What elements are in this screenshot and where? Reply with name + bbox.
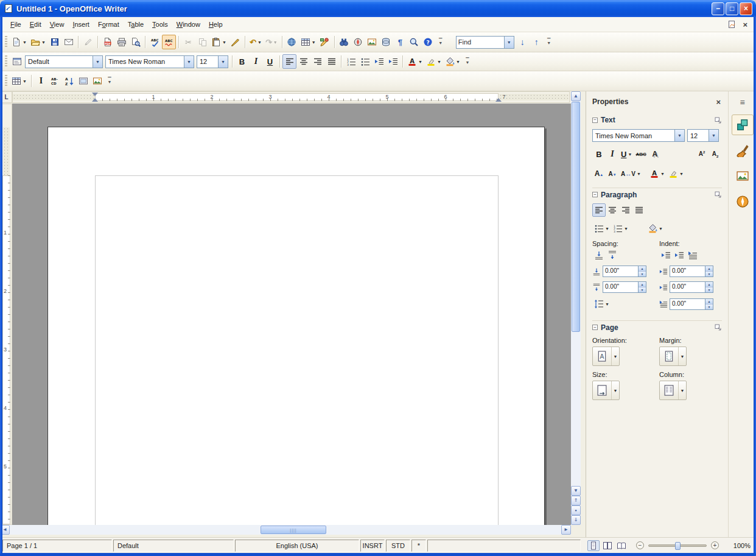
bullets-button[interactable] [358, 54, 372, 69]
first-line-indent-field[interactable]: 0.00"▲▼ [670, 298, 713, 310]
page-margin-button[interactable]: ▼ [659, 347, 687, 366]
menu-help[interactable]: Help [205, 19, 227, 30]
gallery-deck-button[interactable] [732, 166, 754, 186]
chevron-down-icon[interactable]: ▼ [611, 381, 619, 399]
navigator-deck-button[interactable] [732, 191, 754, 212]
menu-file[interactable]: File [6, 19, 26, 30]
email-button[interactable] [61, 35, 75, 49]
spin-down-icon[interactable]: ▼ [705, 304, 713, 309]
font-size-combo[interactable]: 12▼ [197, 55, 228, 68]
sidebar-align-center-button[interactable] [606, 203, 619, 217]
decrease-indent-button[interactable] [372, 54, 386, 69]
maximize-button[interactable]: □ [726, 2, 738, 15]
page-number-field[interactable]: Page 1 / 1 [2, 540, 112, 552]
above-paragraph-spacing-field[interactable]: 0.00"▲▼ [603, 266, 646, 277]
menu-edit[interactable]: Edit [26, 19, 46, 30]
chevron-down-icon[interactable]: ▼ [93, 56, 102, 68]
sidebar-font-size-combo[interactable]: 12▼ [687, 129, 719, 142]
new-document-button[interactable]: ▼ [10, 35, 29, 49]
multi-page-view-button[interactable] [601, 540, 614, 551]
sidebar-align-left-button[interactable] [592, 203, 606, 217]
zoom-button[interactable] [407, 35, 421, 49]
undo-button[interactable]: ↶▼ [248, 35, 264, 49]
dialog-launcher-icon[interactable] [714, 323, 722, 331]
zoom-out-button[interactable]: − [636, 541, 644, 549]
align-right-button[interactable] [310, 54, 324, 69]
chevron-down-icon[interactable]: ▼ [678, 381, 686, 399]
sidebar-numbering-button[interactable]: ▼ [611, 222, 630, 235]
sidebar-underline-button[interactable]: U▼ [619, 147, 634, 161]
first-line-indent-marker[interactable] [92, 93, 98, 96]
decrease-spacing-button[interactable] [606, 248, 619, 262]
chevron-down-icon[interactable]: ▼ [184, 56, 194, 68]
strikethrough-button[interactable]: ABC [634, 147, 648, 161]
document-page[interactable] [47, 127, 545, 525]
export-pdf-button[interactable] [100, 35, 114, 49]
print-button[interactable] [114, 35, 128, 49]
sidebar-font-name-combo[interactable]: Times New Roman▼ [592, 129, 685, 142]
page-style-field[interactable]: Default [113, 540, 234, 552]
spin-up-icon[interactable]: ▲ [705, 282, 713, 287]
properties-deck-button[interactable] [732, 114, 754, 135]
after-text-indent-field[interactable]: 0.00"▲▼ [670, 281, 713, 293]
toolbar-options-button[interactable]: ▔▼ [105, 74, 114, 88]
toolbar-options-button[interactable]: ▔▼ [463, 54, 472, 69]
collapse-icon[interactable]: − [592, 325, 598, 330]
shrink-font-button[interactable]: A▼ [606, 167, 619, 180]
collapse-icon[interactable]: − [592, 192, 598, 197]
autospellcheck-button[interactable] [162, 35, 176, 49]
spin-up-icon[interactable]: ▲ [639, 282, 646, 287]
book-view-button[interactable] [615, 540, 628, 551]
draw-functions-button[interactable] [318, 35, 332, 49]
background-color-button[interactable]: ▼ [443, 54, 462, 69]
sidebar-close-button[interactable]: × [715, 97, 722, 107]
horizontal-scroll-thumb[interactable]: |||| [261, 526, 326, 534]
frame-button[interactable] [76, 74, 90, 88]
styles-deck-button[interactable] [732, 140, 754, 161]
redo-button[interactable]: ↷▼ [264, 35, 279, 49]
find-replace-button[interactable] [337, 35, 351, 49]
horizontal-scrollbar[interactable]: ◄ |||| ► [0, 525, 571, 535]
sidebar-menu-button[interactable]: ≡ [740, 97, 744, 110]
image-button[interactable] [90, 74, 104, 88]
italic-button[interactable]: I [249, 54, 263, 69]
paragraph-section-header[interactable]: − Paragraph [592, 188, 722, 200]
subscript-button[interactable]: A2 [709, 147, 722, 161]
paragraph-background-color-button[interactable]: ▼ [646, 222, 665, 235]
find-input[interactable] [457, 37, 504, 48]
zoom-level-value[interactable]: 100% [723, 542, 751, 549]
increase-indent-button[interactable] [386, 54, 400, 69]
align-center-button[interactable] [296, 54, 310, 69]
minimize-button[interactable]: − [712, 2, 724, 15]
spin-up-icon[interactable]: ▲ [639, 266, 646, 272]
chevron-down-icon[interactable]: ▼ [504, 37, 514, 48]
spin-down-icon[interactable]: ▼ [705, 287, 713, 292]
spellcheck-button[interactable] [148, 35, 162, 49]
selection-mode-field[interactable]: STD [386, 540, 410, 552]
chevron-down-icon[interactable]: ▼ [611, 347, 619, 365]
spin-up-icon[interactable]: ▲ [705, 266, 713, 272]
document-icon[interactable] [727, 19, 737, 29]
font-name-combo[interactable]: Times New Roman▼ [105, 55, 194, 68]
next-page-button[interactable]: ⇓ [571, 515, 581, 525]
previous-page-button[interactable]: ⇑ [571, 496, 581, 505]
open-button[interactable]: ▼ [29, 35, 47, 49]
superscript-button[interactable]: A2 [695, 147, 709, 161]
insert-mode-field[interactable]: INSRT [360, 540, 385, 552]
scroll-up-button[interactable]: ▲ [571, 91, 581, 101]
spinner-buttons[interactable]: ▲▼ [705, 299, 713, 309]
zoom-slider-track[interactable] [648, 544, 707, 547]
find-next-button[interactable]: ↓ [516, 35, 530, 49]
cut-button[interactable]: ✂ [181, 35, 195, 49]
insert-table-button[interactable]: ▼ [10, 74, 29, 88]
find-toolbar-combo[interactable]: ▼ [456, 36, 514, 49]
table-button[interactable]: ▼ [299, 35, 318, 49]
toolbar-options-button[interactable]: ▔▼ [545, 35, 553, 49]
character-spacing-button[interactable]: A↔V▼ [619, 167, 643, 180]
underline-button[interactable]: U [263, 54, 277, 69]
bold-button[interactable]: B [235, 54, 249, 69]
page-column-button[interactable]: ▼ [659, 381, 687, 400]
zoom-slider-thumb[interactable] [675, 542, 681, 550]
sort-button[interactable] [62, 74, 76, 88]
shadow-button[interactable]: A [648, 147, 662, 161]
